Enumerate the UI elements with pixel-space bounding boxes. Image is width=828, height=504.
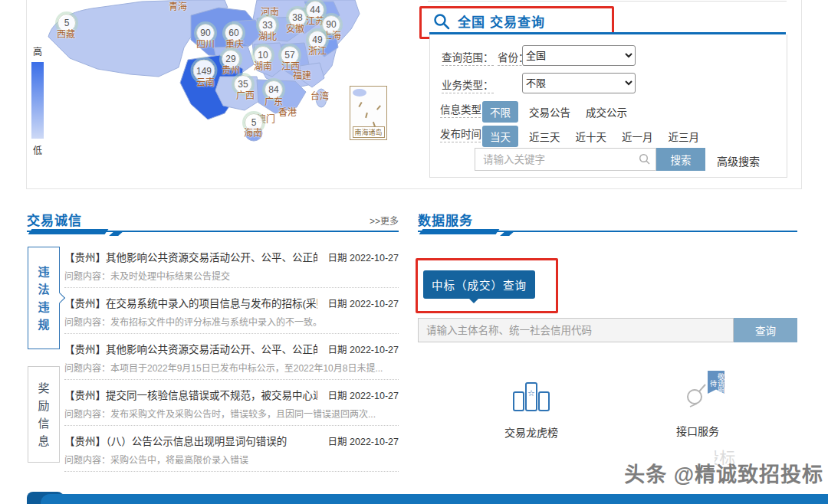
shortcut-trade-ranking[interactable]: ☆ 交易龙虎榜 (481, 377, 581, 440)
national-query-header: 全国 交易查询 (433, 11, 545, 31)
advanced-search-link[interactable]: 高级搜索 (717, 153, 760, 169)
integrity-tab-label: 奖励信息 (38, 379, 50, 450)
scope-label: 查询范围： (442, 49, 494, 66)
keyword-input[interactable] (475, 148, 656, 171)
integrity-list-item[interactable]: 【贵州】其他影响公共资源交易活动公开、公平、公正的...日期 2022-10-2… (64, 334, 399, 380)
inset-islands-shape (353, 89, 366, 97)
map-province-label: 广西 (236, 88, 255, 101)
award-query-tab[interactable]: 中标（成交）查询 (423, 270, 535, 299)
item-problem-content: 问题内容：本项目于2022年9月15日已发布中标公示，至2022年10月8日未提… (64, 361, 399, 374)
map-province-label: 湖南 (254, 59, 272, 72)
integrity-list-item[interactable]: 【贵州】提交同一核验信息错误或不规范，被交易中心退...日期 2022-10-2… (64, 380, 399, 426)
map-province-label: 云南 (196, 75, 215, 88)
info-type-option[interactable]: 成交公示 (586, 104, 627, 119)
publish-time-row: 发布时间： 当天近三天近十天近一月近三月 (430, 122, 787, 143)
info-type-options: 不限交易公告成交公示 (482, 101, 642, 123)
item-title[interactable]: 【贵州】其他影响公共资源交易活动公开、公平、公正的... (64, 249, 317, 264)
info-type-option[interactable]: 不限 (482, 101, 518, 123)
inset-dash (358, 102, 362, 107)
item-problem-content: 问题内容：发布招标文件中的评分标准与系统中录入的不一致。 (64, 315, 399, 328)
integrity-list-item[interactable]: 【贵州】其他影响公共资源交易活动公开、公平、公正的...日期 2022-10-2… (64, 242, 399, 288)
map-province-label: 浙江 (308, 44, 327, 57)
shortcut-label: 交易龙虎榜 (481, 424, 581, 440)
china-map[interactable]: 青海5西藏河南90四川60重庆33湖北38安徽44江苏90上海49浙江10湖南5… (27, 0, 410, 184)
query-form: 查询范围： 省份： 全国 业务类型： 不限 信息类型： 不限交易公告成交公示 发… (429, 34, 787, 178)
map-province-label: 湖北 (258, 29, 277, 42)
bottom-bar (41, 494, 828, 504)
map-province-label: 四川 (196, 37, 215, 50)
publish-time-option[interactable]: 当天 (482, 126, 518, 147)
integrity-more-link[interactable]: >>更多 (370, 214, 399, 227)
data-service-accent (419, 229, 500, 234)
integrity-tab-label: 违法违规 (38, 263, 50, 333)
svg-text:☆: ☆ (527, 388, 535, 398)
legend-low-label: 低 (29, 143, 46, 156)
integrity-title: 交易诚信 (27, 214, 82, 228)
item-title[interactable]: 【贵州】在交易系统中录入的项目信息与发布的招标(采购... (64, 295, 317, 310)
map-province-label: 福建 (293, 68, 311, 81)
map-province-label: 青海 (169, 0, 187, 12)
item-problem-content: 问题内容：采购公告中，将最高限价录入错误 (64, 453, 399, 466)
integrity-list: 【贵州】其他影响公共资源交易活动公开、公平、公正的...日期 2022-10-2… (64, 242, 399, 472)
item-problem-content: 问题内容：发布采购文件及采购公告时，错误较多，且因同一错误退回两次... (64, 407, 399, 420)
search-button[interactable]: 搜索 (656, 148, 705, 171)
item-date: 日期 2022-10-27 (328, 434, 399, 448)
item-date: 日期 2022-10-27 (328, 388, 399, 402)
integrity-header: 交易诚信 >>更多 (27, 210, 399, 228)
coming-soon-badge: 敬请期待 (708, 371, 724, 394)
data-service-header: 数据服务 (418, 210, 797, 228)
info-type-option[interactable]: 交易公告 (529, 104, 570, 119)
integrity-tab[interactable]: 违法违规 (28, 247, 60, 349)
map-province-label: 海南 (244, 126, 262, 139)
inset-label: 南海诸岛 (352, 126, 384, 138)
watermark: 头条 @精诚致招投标 (624, 458, 823, 488)
legend-high-label: 高 (29, 44, 46, 57)
page: 青海5西藏河南90四川60重庆33湖北38安徽44江苏90上海49浙江10湖南5… (0, 0, 828, 504)
inset-dash (376, 105, 381, 110)
south-china-sea-inset: 南海诸岛 (350, 86, 387, 140)
subject-query-button[interactable]: 查询 (734, 318, 797, 342)
map-province-label: 贵州 (222, 63, 240, 76)
map-province-label: 河南 (261, 5, 279, 18)
publish-time-option[interactable]: 近十天 (576, 129, 607, 144)
data-service-title: 数据服务 (418, 214, 473, 228)
item-date: 日期 2022-10-27 (328, 342, 399, 356)
map-province-label: 香港 (278, 105, 297, 118)
business-row: 业务类型： 不限 (430, 73, 787, 94)
business-select[interactable]: 不限 (522, 73, 636, 93)
map-province-label: 安徽 (286, 21, 304, 34)
publish-time-option[interactable]: 近一月 (622, 129, 653, 144)
publish-time-options: 当天近三天近十天近一月近三月 (482, 126, 715, 147)
map-province-label: 西藏 (57, 27, 75, 40)
search-icon (433, 13, 450, 30)
item-title[interactable]: 【贵州】提交同一核验信息错误或不规范，被交易中心退... (64, 387, 317, 402)
item-title[interactable]: 【贵州】其他影响公共资源交易活动公开、公平、公正的... (64, 341, 317, 356)
shortcut-label: 接口服务 (648, 423, 748, 438)
item-problem-content: 问题内容：未及时处理中标结果公告提交 (64, 269, 399, 282)
map-heat-legend: 高 低 (29, 44, 46, 156)
business-label: 业务类型： (442, 77, 494, 93)
publish-time-option[interactable]: 近三天 (529, 129, 560, 144)
integrity-accent (28, 229, 109, 234)
scope-row: 查询范围： 省份： 全国 (430, 45, 787, 67)
query-title: 交易查询 (490, 11, 545, 31)
subject-query-input[interactable] (418, 318, 734, 342)
map-province-label: 台湾 (310, 89, 329, 102)
panel-top-divider (428, 1, 787, 2)
integrity-tab[interactable]: 奖励信息 (28, 366, 60, 463)
keyword-row: 搜索 高级搜索 (430, 148, 787, 172)
publish-time-option[interactable]: 近三月 (669, 129, 700, 144)
inset-dash (365, 113, 368, 118)
integrity-list-item[interactable]: 【贵州】在交易系统中录入的项目信息与发布的招标(采购...日期 2022-10-… (64, 288, 399, 334)
podium-icon: ☆ (511, 377, 551, 414)
active-tab-notch (54, 293, 65, 303)
integrity-tabs: 违法违规奖励信息 (28, 247, 60, 463)
map-province-label: 重庆 (225, 37, 244, 50)
province-select[interactable]: 全国 (522, 45, 636, 66)
award-tab-pointer (469, 299, 478, 308)
item-date: 日期 2022-10-27 (328, 296, 399, 310)
input-search-icon (639, 153, 651, 165)
integrity-list-item[interactable]: 【贵州】（八）公告公示信息出现明显词句错误的日期 2022-10-27问题内容：… (64, 426, 399, 472)
shortcut-api-service[interactable]: 敬请期待 接口服务 (648, 377, 748, 438)
item-title[interactable]: 【贵州】（八）公告公示信息出现明显词句错误的 (64, 433, 287, 448)
